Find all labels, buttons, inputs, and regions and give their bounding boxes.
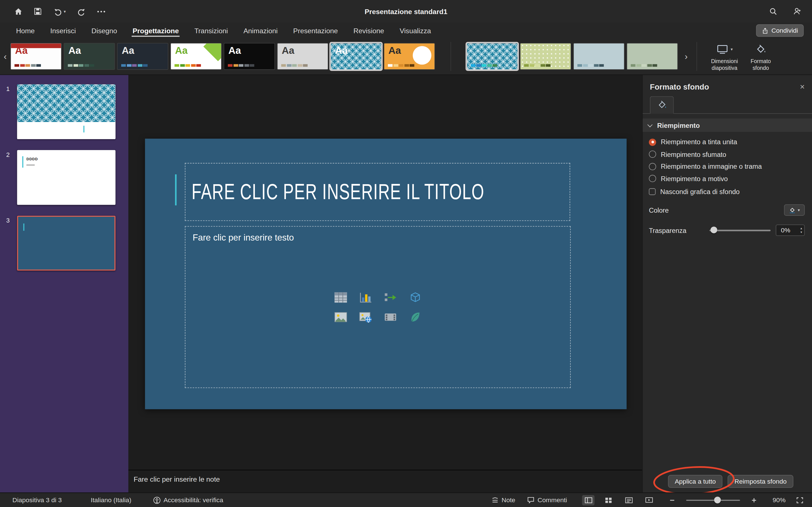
option-hide-background[interactable]: Nascondi grafica di sfondo bbox=[649, 188, 812, 196]
theme-thumbnail-1[interactable]: Aa bbox=[10, 43, 62, 70]
theme-thumbnail-5[interactable]: Aa bbox=[223, 43, 275, 70]
insert-icons-icon[interactable] bbox=[408, 310, 422, 324]
slide-2-title-text: DDDD bbox=[27, 157, 38, 161]
zoom-in-icon[interactable] bbox=[748, 495, 760, 505]
zoom-slider[interactable] bbox=[686, 496, 740, 504]
comments-toggle-button[interactable]: Commenti bbox=[527, 496, 567, 504]
content-placeholder-text: Fare clic per inserire testo bbox=[193, 233, 294, 243]
tab-presentazione[interactable]: Presentazione bbox=[285, 23, 346, 38]
content-placeholder[interactable]: Fare clic per inserire testo bbox=[185, 226, 571, 388]
fill-tab[interactable] bbox=[650, 96, 673, 114]
variant-thumbnail-1-selected[interactable] bbox=[467, 43, 518, 70]
chevron-down-icon: ▾ bbox=[798, 208, 800, 212]
close-pane-icon[interactable]: × bbox=[800, 82, 805, 91]
theme-thumbnail-3[interactable]: Aa bbox=[117, 43, 168, 70]
search-icon[interactable] bbox=[767, 6, 779, 17]
transparency-value-field[interactable]: 0% ▴▾ bbox=[776, 224, 805, 236]
insert-smartart-icon[interactable] bbox=[383, 290, 397, 304]
slideshow-view-button[interactable] bbox=[643, 495, 655, 505]
option-pattern-fill[interactable]: Riempimento a motivo bbox=[649, 175, 812, 182]
undo-dropdown-chevron[interactable]: ▾ bbox=[64, 9, 66, 14]
notes-toggle-button[interactable]: Note bbox=[491, 496, 515, 504]
apply-to-all-button[interactable]: Applica a tutto bbox=[668, 475, 722, 488]
slide-editing-surface[interactable]: FARE CLIC PER INSERIRE IL TITOLO Fare cl… bbox=[145, 138, 626, 409]
stepper-icons[interactable]: ▴▾ bbox=[801, 226, 802, 234]
save-icon[interactable] bbox=[32, 6, 43, 17]
variant-thumbnail-4[interactable] bbox=[626, 43, 678, 70]
tab-inserisci[interactable]: Inserisci bbox=[43, 23, 84, 38]
content-insert-icons bbox=[332, 290, 424, 324]
accessibility-icon bbox=[153, 496, 160, 504]
transparency-label: Trasparenza bbox=[649, 226, 709, 234]
paint-bucket-icon bbox=[657, 100, 667, 110]
variant-thumbnail-2[interactable] bbox=[520, 43, 571, 70]
slide-3-thumbnail-selected[interactable] bbox=[17, 216, 116, 271]
slider-thumb[interactable] bbox=[711, 226, 717, 233]
reading-view-button[interactable] bbox=[622, 495, 635, 505]
transparency-slider[interactable] bbox=[709, 226, 770, 234]
insert-online-pictures-icon[interactable] bbox=[358, 310, 372, 324]
format-background-button[interactable]: Formato sfondo bbox=[744, 42, 778, 71]
more-commands-icon[interactable] bbox=[95, 6, 107, 17]
tab-transizioni[interactable]: Transizioni bbox=[187, 23, 236, 38]
accent-line bbox=[175, 174, 177, 205]
slide-2-thumbnail[interactable]: DDDD bbox=[17, 150, 116, 205]
option-picture-fill[interactable]: Riempimento a immagine o trama bbox=[649, 163, 812, 170]
insert-picture-icon[interactable] bbox=[333, 310, 348, 324]
pane-tab-strip bbox=[643, 94, 812, 114]
slide-size-label: Dimensioni diapositiva bbox=[707, 58, 742, 71]
slide-size-chevron: ▾ bbox=[731, 47, 733, 52]
gallery-scroll-right-icon[interactable]: › bbox=[681, 52, 691, 61]
variant-thumbnail-3[interactable] bbox=[573, 43, 624, 70]
notes-pane[interactable]: Fare clic per inserire le note bbox=[129, 470, 642, 493]
theme-thumbnail-integral-selected[interactable]: Aa bbox=[331, 43, 382, 70]
insert-video-icon[interactable] bbox=[383, 310, 397, 324]
undo-icon[interactable]: ▾ bbox=[52, 6, 67, 17]
reset-background-button[interactable]: Reimposta sfondo bbox=[728, 475, 794, 488]
gallery-scroll-left-icon[interactable]: ‹ bbox=[0, 52, 10, 61]
theme-thumbnail-4[interactable]: Aa bbox=[170, 43, 221, 70]
fit-to-window-icon[interactable] bbox=[794, 495, 806, 505]
language-button[interactable]: Italiano (Italia) bbox=[91, 496, 132, 504]
slide-indicator: Diapositiva 3 di 3 bbox=[12, 496, 62, 504]
zoom-percentage[interactable]: 90% bbox=[768, 496, 785, 504]
accessibility-button[interactable]: Accessibilità: verifica bbox=[153, 496, 223, 504]
tab-animazioni[interactable]: Animazioni bbox=[236, 23, 285, 38]
insert-table-icon[interactable] bbox=[333, 290, 348, 304]
option-solid-fill[interactable]: Riempimento a tinta unita bbox=[649, 138, 812, 146]
theme-thumbnail-2[interactable]: Aa bbox=[64, 43, 115, 70]
insert-chart-icon[interactable] bbox=[358, 290, 372, 304]
circle-pattern bbox=[17, 84, 116, 122]
normal-view-button[interactable] bbox=[582, 495, 594, 505]
zoom-slider-thumb[interactable] bbox=[714, 496, 721, 503]
tab-visualizza[interactable]: Visualizza bbox=[392, 23, 439, 38]
notes-icon bbox=[491, 497, 499, 503]
home-icon[interactable] bbox=[12, 6, 24, 17]
title-placeholder[interactable]: FARE CLIC PER INSERIRE IL TITOLO bbox=[185, 163, 570, 221]
slide-size-button[interactable]: ▾ Dimensioni diapositiva bbox=[707, 42, 742, 71]
tab-home[interactable]: Home bbox=[8, 23, 42, 38]
slide-sorter-view-button[interactable] bbox=[602, 495, 615, 505]
radio-selected bbox=[649, 138, 656, 146]
normal-view-icon bbox=[585, 497, 592, 503]
tab-revisione[interactable]: Revisione bbox=[346, 23, 392, 38]
ribbon-tab-bar: Home Inserisci Disegno Progettazione Tra… bbox=[0, 23, 812, 38]
slide-1-thumbnail[interactable] bbox=[17, 84, 116, 139]
color-picker-button[interactable]: ▾ bbox=[784, 205, 805, 216]
notes-placeholder-text: Fare clic per inserire le note bbox=[134, 475, 220, 483]
share-button[interactable]: Condividi bbox=[756, 24, 804, 37]
tab-progettazione[interactable]: Progettazione bbox=[125, 23, 187, 38]
option-gradient-fill[interactable]: Riempimento sfumato bbox=[649, 151, 812, 158]
slideshow-icon bbox=[645, 497, 653, 503]
account-icon[interactable] bbox=[792, 6, 803, 17]
tab-disegno[interactable]: Disegno bbox=[84, 23, 125, 38]
theme-thumbnail-8[interactable]: Aa bbox=[384, 43, 435, 70]
theme-thumbnail-6[interactable]: Aa bbox=[277, 43, 328, 70]
slide-3-number: 3 bbox=[6, 217, 10, 224]
theme-gallery: ‹ Aa Aa Aa Aa Aa Aa bbox=[0, 38, 812, 75]
zoom-out-icon[interactable] bbox=[666, 495, 678, 505]
fill-section-header[interactable]: Riempimento bbox=[643, 119, 812, 132]
insert-3d-model-icon[interactable] bbox=[408, 290, 422, 304]
slide-thumbnail-panel: 1 2 bbox=[0, 75, 129, 492]
redo-icon[interactable] bbox=[75, 6, 87, 17]
